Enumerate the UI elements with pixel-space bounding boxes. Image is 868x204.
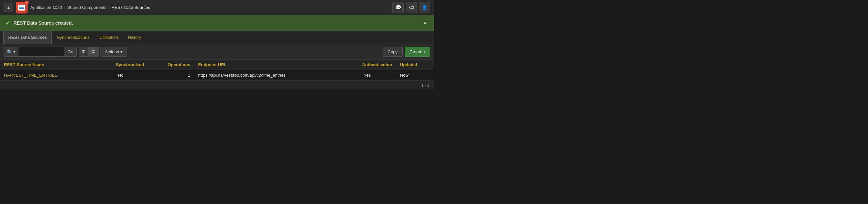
- col-header-updated: Updated: [396, 60, 434, 70]
- create-arrow-icon: ›: [424, 49, 425, 54]
- table-icon: ▤: [91, 49, 96, 54]
- tag-icon-button[interactable]: 🏷: [406, 2, 417, 13]
- col-header-endpoint-url: Endpoint URL: [194, 60, 338, 70]
- grid-view-button[interactable]: ⊞: [79, 47, 89, 57]
- create-button[interactable]: Create ›: [405, 47, 430, 57]
- tab-synchronizations-label: Synchronizations: [57, 35, 90, 40]
- cell-name: HARVEST_TIME_ENTRIES: [0, 70, 93, 80]
- person-icon-button[interactable]: 👤: [419, 2, 430, 13]
- grid-icon: ⊞: [82, 49, 86, 54]
- breadcrumb-area: ▲ ! Application 1020 \ Shared Components…: [4, 2, 150, 13]
- success-message: REST Data Source created.: [13, 21, 73, 26]
- tab-rest-data-sources-label: REST Data Sources: [8, 35, 47, 40]
- tab-synchronizations[interactable]: Synchronizations: [52, 31, 94, 44]
- nav-up-button[interactable]: ▲: [4, 3, 13, 12]
- person-icon: 👤: [422, 5, 428, 10]
- data-table: REST Source Name Synchronized Operations…: [0, 60, 434, 80]
- breadcrumb-sep-2: \: [108, 5, 110, 10]
- speech-bubble-icon: 💬: [395, 5, 401, 10]
- success-banner-left: ✔ REST Data Source created.: [5, 20, 73, 27]
- cell-authentication: Yes: [339, 70, 396, 80]
- tab-history-label: History: [128, 35, 141, 40]
- breadcrumb-sep-1: \: [64, 5, 65, 10]
- search-group: 🔍 ▾ Go: [4, 47, 77, 57]
- cell-endpoint-url: https://api.harvestapp.com/api/v2/time_e…: [194, 70, 338, 80]
- app-logo: !: [16, 2, 28, 13]
- copy-button[interactable]: Copy: [382, 47, 402, 57]
- success-banner: ✔ REST Data Source created. ×: [0, 15, 434, 31]
- breadcrumb-app[interactable]: Application 1020: [30, 5, 62, 10]
- table-row[interactable]: HARVEST_TIME_ENTRIES No 1 https://api.ha…: [0, 70, 434, 80]
- tab-utilization[interactable]: Utilization: [95, 31, 123, 44]
- pagination-bar: 1 - 1: [0, 80, 434, 90]
- tab-history[interactable]: History: [123, 31, 146, 44]
- tabs-bar: REST Data Sources Synchronizations Utili…: [0, 31, 434, 44]
- tab-utilization-label: Utilization: [99, 35, 118, 40]
- table-body: HARVEST_TIME_ENTRIES No 1 https://api.ha…: [0, 70, 434, 80]
- table-header-row: REST Source Name Synchronized Operations…: [0, 60, 434, 70]
- toolbar: 🔍 ▾ Go ⊞ ▤ Actions ▾ Copy Create ›: [0, 44, 434, 60]
- top-nav: ▲ ! Application 1020 \ Shared Components…: [0, 0, 434, 15]
- table-view-button[interactable]: ▤: [89, 47, 98, 57]
- col-header-synchronized: Synchronized: [93, 60, 148, 70]
- col-header-authentication: Authentication: [339, 60, 396, 70]
- tag-icon: 🏷: [409, 5, 414, 10]
- cell-operations: 1: [148, 70, 194, 80]
- table-header: REST Source Name Synchronized Operations…: [0, 60, 434, 70]
- breadcrumb-section[interactable]: Shared Components: [67, 5, 106, 10]
- go-button[interactable]: Go: [64, 47, 77, 57]
- search-input[interactable]: [18, 47, 64, 57]
- close-banner-button[interactable]: ×: [421, 20, 429, 27]
- speech-bubble-icon-button[interactable]: 💬: [393, 2, 404, 13]
- search-dropdown-button[interactable]: 🔍 ▾: [4, 47, 18, 57]
- cell-updated: Now: [396, 70, 434, 80]
- view-buttons: ⊞ ▤: [79, 47, 98, 57]
- logo-line-3: [19, 8, 24, 9]
- col-header-operations: Operations: [148, 60, 194, 70]
- breadcrumb-current: REST Data Sources: [112, 5, 150, 10]
- logo-line-2: [19, 7, 24, 7]
- actions-arrow-icon: ▾: [120, 49, 123, 54]
- check-icon: ✔: [5, 20, 10, 27]
- cell-synchronized: No: [93, 70, 148, 80]
- col-header-name: REST Source Name: [0, 60, 93, 70]
- create-label: Create: [410, 49, 423, 54]
- search-dropdown-arrow: ▾: [13, 49, 16, 54]
- top-nav-right: 💬 🏷 👤: [393, 2, 430, 13]
- actions-button[interactable]: Actions ▾: [100, 47, 127, 57]
- logo-line-1: [19, 6, 24, 6]
- logo-badge: !: [25, 1, 29, 5]
- tab-rest-data-sources[interactable]: REST Data Sources: [3, 31, 52, 44]
- pagination-label: 1 - 1: [422, 83, 429, 88]
- actions-label: Actions: [105, 49, 119, 54]
- search-icon: 🔍: [7, 49, 12, 54]
- breadcrumb: Application 1020 \ Shared Components \ R…: [30, 5, 150, 10]
- logo-inner: [18, 5, 25, 10]
